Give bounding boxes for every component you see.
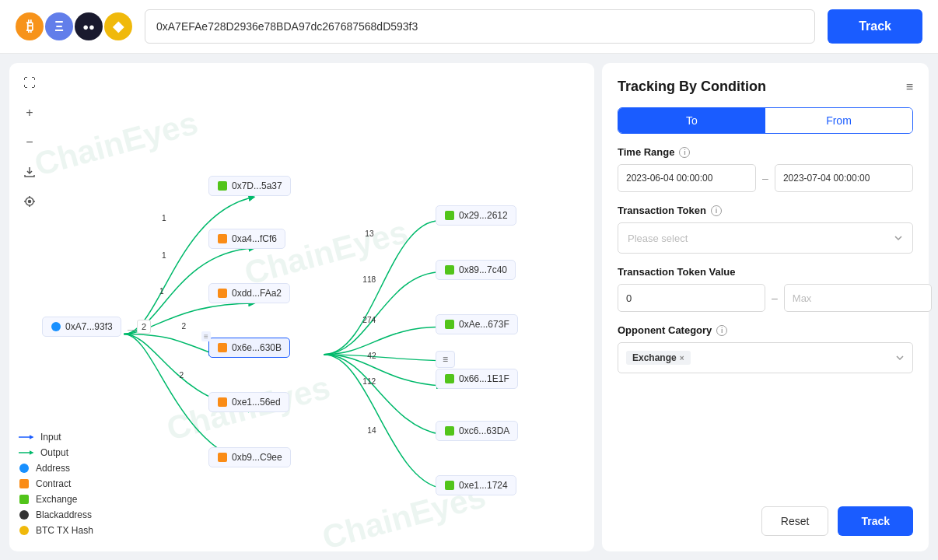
- svg-text:14: 14: [367, 426, 376, 435]
- svg-text:2: 2: [182, 322, 187, 331]
- source-node[interactable]: 0xA7...93f3: [42, 317, 121, 337]
- right-panel: Tracking By Condition ≡ To From Time Ran…: [602, 63, 929, 551]
- opponent-section: Opponent Category i Exchange ×: [618, 324, 913, 373]
- exchange-tag-close[interactable]: ×: [680, 354, 684, 362]
- svg-rect-36: [445, 320, 454, 329]
- reset-button[interactable]: Reset: [761, 506, 829, 536]
- legend-contract-label: Contract: [36, 478, 71, 489]
- legend-contract: Contract: [19, 478, 93, 489]
- value-max-input[interactable]: [784, 284, 932, 312]
- value-min-input[interactable]: [618, 284, 765, 312]
- time-range-info-icon: i: [679, 147, 690, 158]
- panel-footer: Reset Track: [618, 506, 913, 536]
- svg-text:112: 112: [362, 377, 376, 386]
- legend-input: Input: [19, 432, 93, 443]
- graph-toolbar: ⛶ + −: [19, 72, 40, 212]
- token-select[interactable]: Please select: [618, 222, 913, 254]
- svg-text:1: 1: [162, 214, 166, 222]
- legend-blackaddress-label: Blackaddress: [36, 509, 92, 520]
- svg-text:118: 118: [362, 275, 376, 284]
- value-separator: –: [772, 292, 778, 304]
- token-placeholder: Please select: [628, 233, 688, 244]
- legend-exchange: Exchange: [19, 494, 93, 505]
- legend-btctx-label: BTC TX Hash: [36, 525, 93, 536]
- svg-rect-34: [445, 211, 454, 220]
- node-ddfaa2[interactable]: 0xdd...FAa2: [208, 283, 290, 303]
- target-button[interactable]: [19, 191, 40, 212]
- zoom-in-button[interactable]: +: [19, 102, 40, 124]
- to-from-toggle: To From: [618, 107, 913, 134]
- svg-rect-32: [218, 397, 227, 407]
- node-b9c9ee[interactable]: 0xb9...C9ee: [208, 447, 291, 467]
- svg-text:13: 13: [365, 229, 374, 238]
- svg-point-27: [51, 322, 61, 331]
- svg-rect-30: [218, 289, 227, 298]
- search-input[interactable]: [145, 9, 815, 44]
- panel-title: Tracking By Condition: [618, 79, 766, 95]
- source-count: 2: [137, 320, 151, 334]
- svg-rect-12: [19, 495, 29, 504]
- panel-menu-icon[interactable]: ≡: [906, 80, 913, 94]
- to-button[interactable]: To: [618, 108, 765, 133]
- logo-bnb: ●●: [75, 12, 103, 40]
- legend-output-label: Output: [40, 447, 68, 458]
- time-range-label: Time Range i: [618, 146, 913, 158]
- time-range-section: Time Range i –: [618, 146, 913, 192]
- svg-rect-39: [445, 481, 454, 490]
- download-button[interactable]: [19, 161, 40, 183]
- token-section: Transaction Token i Please select: [618, 205, 913, 254]
- svg-point-1: [29, 201, 31, 203]
- node-ae673f[interactable]: 0xAe...673F: [436, 314, 518, 334]
- node-661e1f[interactable]: 0x66...1E1F: [436, 369, 518, 389]
- token-value-label: Transaction Token Value: [618, 266, 913, 278]
- date-range: –: [618, 164, 913, 192]
- svg-rect-33: [218, 453, 227, 462]
- source-node-label: 0xA7...93f3: [65, 321, 113, 332]
- svg-text:2: 2: [179, 371, 184, 380]
- svg-rect-37: [445, 374, 454, 383]
- source-dash: —: [128, 324, 136, 334]
- svg-text:42: 42: [367, 352, 376, 360]
- legend-output: Output: [19, 447, 93, 458]
- node-e11724[interactable]: 0xe1...1724: [436, 475, 516, 495]
- exchange-tag: Exchange ×: [626, 351, 691, 365]
- node-292612[interactable]: 0x29...2612: [436, 205, 516, 226]
- header-track-button[interactable]: Track: [828, 9, 922, 44]
- legend-address-label: Address: [36, 463, 70, 474]
- header: ₿ Ξ ●● ◆ Track: [0, 0, 938, 54]
- opponent-dropdown-icon: [895, 353, 905, 362]
- expand-button[interactable]: ⛶: [19, 72, 40, 94]
- from-button[interactable]: From: [765, 108, 912, 133]
- svg-rect-38: [445, 426, 454, 436]
- token-dropdown-icon: [894, 233, 903, 243]
- center-menu-icon: ≡: [201, 331, 211, 341]
- svg-text:274: 274: [362, 316, 376, 324]
- node-7d5a37[interactable]: 0x7D...5a37: [208, 176, 291, 196]
- track-button[interactable]: Track: [838, 506, 913, 536]
- node-a4fcf6[interactable]: 0xa4...fCf6: [208, 229, 285, 249]
- node-e156ed[interactable]: 0xe1...56ed: [208, 392, 289, 412]
- token-info-icon: i: [711, 205, 722, 216]
- logo-binance: ◆: [104, 12, 132, 40]
- exchange-tag-label: Exchange: [632, 352, 677, 363]
- logo-group: ₿ Ξ ●● ◆: [16, 12, 132, 40]
- date-to-input[interactable]: [775, 164, 913, 192]
- legend-blackaddress: Blackaddress: [19, 509, 93, 520]
- opponent-info-icon: i: [716, 325, 727, 336]
- panel-header: Tracking By Condition ≡: [618, 79, 913, 95]
- opponent-tag-input[interactable]: Exchange ×: [618, 342, 913, 373]
- zoom-out-button[interactable]: −: [19, 131, 40, 153]
- svg-rect-35: [445, 265, 454, 275]
- main-area: ChainEyes ChainEyes ChainEyes ChainEyes …: [0, 54, 938, 560]
- center-node[interactable]: 0x6e...630B: [208, 338, 290, 358]
- date-from-input[interactable]: [618, 164, 756, 192]
- token-label: Transaction Token i: [618, 205, 913, 216]
- svg-point-14: [19, 526, 29, 535]
- node-c663da[interactable]: 0xc6...63DA: [436, 421, 518, 441]
- svg-point-10: [19, 464, 29, 473]
- node-897c40[interactable]: 0x89...7c40: [436, 260, 516, 280]
- logo-btc: ₿: [16, 12, 44, 40]
- legend: Input Output Address Contract Exchange B…: [19, 432, 93, 536]
- opponent-label: Opponent Category i: [618, 324, 913, 336]
- logo-eth: Ξ: [45, 12, 73, 40]
